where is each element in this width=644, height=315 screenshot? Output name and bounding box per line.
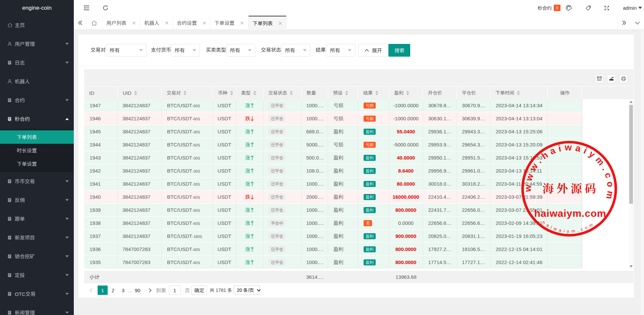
- svg-text:www.haiwaiym.com: www.haiwaiym.com: [523, 142, 615, 203]
- svg-text:haiwaiym.com: haiwaiym.com: [534, 208, 606, 219]
